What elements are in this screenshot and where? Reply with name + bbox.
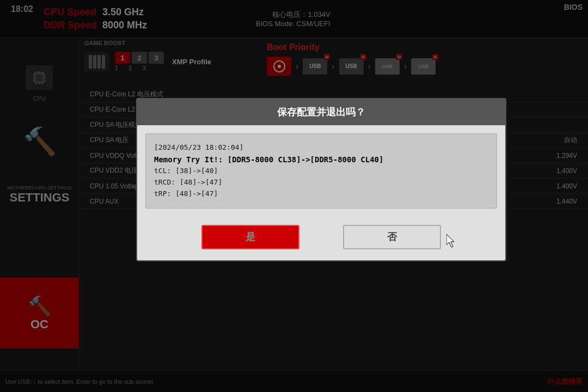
dialog-log-area: [2024/05/23 18:02:04] Memory Try It!: [D… xyxy=(145,133,497,209)
confirm-yes-button[interactable]: 是 xyxy=(201,225,299,249)
dialog-box: 保存配置并退出吗？ [2024/05/23 18:02:04] Memory T… xyxy=(136,98,506,261)
log-line-1: [2024/05/23 18:02:04] xyxy=(154,142,488,154)
dialog-buttons: 是 否 xyxy=(137,217,505,260)
log-line-5: tRP: [48]->[47] xyxy=(154,188,488,200)
log-line-4: tRCD: [48]->[47] xyxy=(154,177,488,188)
confirm-no-button[interactable]: 否 xyxy=(343,225,441,249)
log-line-2: Memory Try It!: [DDR5-8000 CL38]->[DDR5-… xyxy=(154,154,488,166)
dialog-overlay: 保存配置并退出吗？ [2024/05/23 18:02:04] Memory T… xyxy=(0,0,588,392)
dialog-title: 保存配置并退出吗？ xyxy=(137,99,505,125)
log-line-3: tCL: [38]->[40] xyxy=(154,166,488,177)
